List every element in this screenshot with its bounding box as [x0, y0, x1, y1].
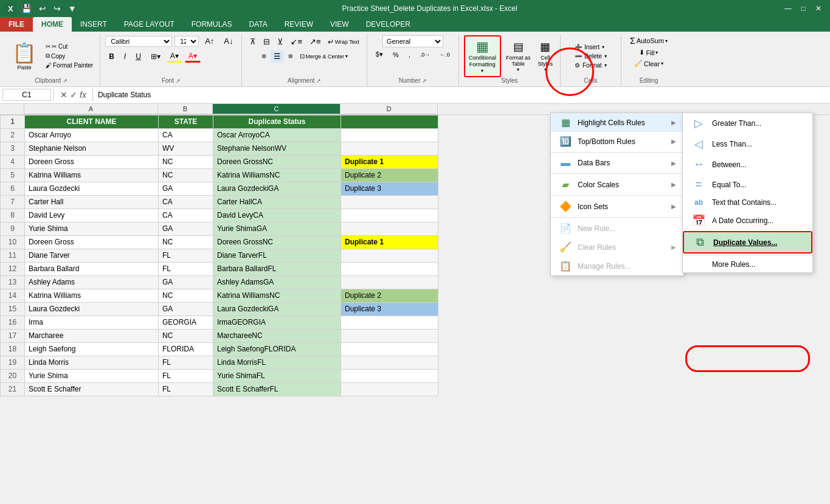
cell-flag[interactable]	[341, 142, 438, 155]
cell-dup[interactable]: Barbara BallardFL	[213, 262, 341, 275]
cell-dup[interactable]: Laura GozdeckiGA	[213, 182, 341, 195]
merge-center-button[interactable]: ⊡ Merge & Center ▾	[297, 50, 351, 63]
icon-sets-item[interactable]: 🔶 Icon Sets ▶	[551, 197, 683, 216]
cell-flag[interactable]	[341, 369, 438, 382]
cell-dup[interactable]: Oscar ArroyoCA	[213, 128, 341, 142]
decrease-decimal-button[interactable]: ←.0	[436, 50, 454, 59]
cell-flag[interactable]	[341, 275, 438, 289]
duplicate-values-item[interactable]: ⧉ Duplicate Values...	[683, 231, 812, 254]
manage-rules-item[interactable]: 📋 Manage Rules...	[551, 257, 683, 275]
cell-name[interactable]: Irma	[25, 316, 159, 329]
more-quick-access[interactable]: ▼	[66, 2, 79, 15]
tab-file[interactable]: FILE	[0, 17, 33, 32]
cell-name[interactable]: David Levy	[25, 209, 159, 222]
number-format-select[interactable]: General	[382, 35, 443, 47]
col-header-b[interactable]: B	[158, 104, 213, 114]
cell-flag[interactable]	[341, 382, 438, 396]
cell-state[interactable]: GEORGIA	[159, 316, 213, 329]
col-header-a[interactable]: A	[24, 104, 158, 114]
cell-name[interactable]: Yurie Shima	[25, 222, 159, 235]
cell-name[interactable]: Carter Hall	[25, 195, 159, 209]
increase-decimal-button[interactable]: .0→	[417, 50, 434, 59]
cell-name[interactable]: Barbara Ballard	[25, 262, 159, 275]
comma-button[interactable]: ,	[405, 50, 414, 60]
cell-flag[interactable]	[341, 342, 438, 356]
cell-dup[interactable]: Katrina WilliamsNC	[213, 168, 341, 182]
cell-flag[interactable]: Duplicate 2	[341, 168, 438, 182]
header-state[interactable]: STATE	[159, 115, 213, 128]
undo-quick-access[interactable]: ↩	[36, 2, 49, 15]
cell-dup[interactable]: Leigh SaefongFLORIDA	[213, 342, 341, 356]
cell-name[interactable]: Marcharee	[25, 329, 159, 342]
close-btn[interactable]: ✕	[812, 3, 825, 14]
cell-name[interactable]: Scott E Schaffer	[25, 382, 159, 396]
formula-input[interactable]	[95, 89, 828, 100]
clear-button[interactable]: 🧹 Clear ▾	[632, 59, 665, 68]
cell-state[interactable]: FL	[159, 262, 213, 275]
cell-name[interactable]: Leigh Saefong	[25, 342, 159, 356]
cell-state[interactable]: NC	[159, 155, 213, 168]
cell-state[interactable]: CA	[159, 209, 213, 222]
cell-state[interactable]: CA	[159, 195, 213, 209]
cell-name[interactable]: Oscar Arroyo	[25, 128, 159, 142]
cell-flag[interactable]	[341, 356, 438, 369]
insert-button[interactable]: ➕ Insert ▾	[572, 43, 609, 51]
conditional-formatting-button[interactable]: ▦ Conditional Formatting ▾	[464, 35, 501, 77]
cell-name[interactable]: Diane Tarver	[25, 249, 159, 262]
tab-view[interactable]: VIEW	[322, 17, 358, 32]
tab-developer[interactable]: DEVELOPER	[358, 17, 419, 32]
shrink-font-button[interactable]: A↓	[220, 35, 237, 47]
copy-button[interactable]: ⧉ Copy	[44, 52, 95, 60]
between-item[interactable]: ↔ Between...	[683, 154, 812, 174]
cell-dup[interactable]: David LevyCA	[213, 209, 341, 222]
cell-state[interactable]: FL	[159, 356, 213, 369]
cell-flag[interactable]	[341, 329, 438, 342]
insert-function-icon[interactable]: fx	[80, 90, 86, 100]
header-client-name[interactable]: CLIENT NAME	[25, 115, 159, 128]
cell-state[interactable]: NC	[159, 289, 213, 302]
cell-name[interactable]: Katrina Williams	[25, 168, 159, 182]
cell-dup[interactable]: Katrina WilliamsNC	[213, 289, 341, 302]
cell-name[interactable]: Katrina Williams	[25, 289, 159, 302]
cell-dup[interactable]: Doreen GrossNC	[213, 155, 341, 168]
name-box[interactable]	[2, 89, 51, 101]
delete-button[interactable]: ➖ Delete ▾	[572, 52, 609, 60]
data-bars-item[interactable]: ▬ Data Bars ▶	[551, 154, 683, 172]
new-rule-item[interactable]: 📄 New Rule...	[551, 219, 683, 238]
cancel-formula-icon[interactable]: ✕	[60, 90, 67, 100]
align-right-button[interactable]: ≡	[285, 50, 296, 63]
cell-name[interactable]: Stephanie Nelson	[25, 142, 159, 155]
font-color-button[interactable]: A▾	[185, 50, 201, 63]
currency-button[interactable]: $▾	[372, 49, 387, 60]
equal-to-item[interactable]: = Equal To...	[683, 174, 812, 195]
cell-flag[interactable]: Duplicate 3	[341, 302, 438, 316]
format-as-table-button[interactable]: ▤ Format as Table ▾	[503, 39, 533, 74]
less-than-item[interactable]: ◁ Less Than...	[683, 134, 812, 154]
text-contains-item[interactable]: ab Text that Contains...	[683, 195, 812, 210]
tab-review[interactable]: REVIEW	[276, 17, 322, 32]
font-name-select[interactable]: Calibri	[105, 36, 172, 47]
cell-state[interactable]: GA	[159, 222, 213, 235]
cell-dup[interactable]: Linda MorrisFL	[213, 356, 341, 369]
cell-styles-button[interactable]: ▦ Cell Styles ▾	[535, 39, 555, 74]
autosum-button[interactable]: Σ AutoSum ▾	[628, 35, 669, 46]
cell-flag[interactable]	[341, 209, 438, 222]
format-button[interactable]: ⚙ Format ▾	[572, 61, 609, 69]
cell-state[interactable]: NC	[159, 168, 213, 182]
cell-flag[interactable]: Duplicate 1	[341, 235, 438, 249]
wrap-text-button[interactable]: ↵ Wrap Text	[325, 35, 362, 48]
minimize-btn[interactable]: —	[781, 3, 795, 14]
cell-state[interactable]: NC	[159, 235, 213, 249]
tab-insert[interactable]: INSERT	[72, 17, 116, 32]
cell-state[interactable]: GA	[159, 182, 213, 195]
cell-dup[interactable]: Laura GozdeckiGA	[213, 302, 341, 316]
header-dup-status[interactable]: Duplicate Status	[213, 115, 341, 128]
fill-color-button[interactable]: A▾	[167, 50, 182, 63]
cell-state[interactable]: GA	[159, 302, 213, 316]
cut-button[interactable]: ✂ ✂ Cut	[44, 43, 95, 50]
cell-dup[interactable]: Ashley AdamsGA	[213, 275, 341, 289]
cell-dup[interactable]: Carter HallCA	[213, 195, 341, 209]
cell-name[interactable]: Doreen Gross	[25, 155, 159, 168]
cell-state[interactable]: CA	[159, 128, 213, 142]
border-button[interactable]: ⊞▾	[147, 51, 164, 62]
